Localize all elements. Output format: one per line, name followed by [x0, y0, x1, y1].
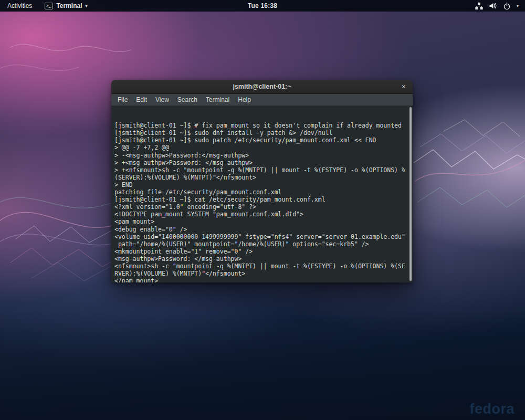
terminal-line: [jsmith@client-01 ~]$ sudo patch /etc/se…: [114, 136, 407, 144]
menu-terminal[interactable]: Terminal: [202, 94, 234, 105]
clock[interactable]: Tue 16:38: [248, 2, 277, 9]
terminal-line: <nfsmount>sh -c "mountpoint -q %(MNTPT) …: [114, 262, 407, 270]
terminal-line: patching file /etc/security/pam_mount.co…: [114, 188, 407, 196]
window-title: jsmith@client-01:~: [233, 83, 291, 90]
fedora-logo: fedora: [469, 401, 514, 417]
terminal-line: path="/home/%(USER)" mountpoint="/home/%…: [114, 240, 407, 248]
terminal-line: RVER):%(VOLUME) %(MNTPT)"</nfsmount>: [114, 270, 407, 277]
terminal-line: > +<nfsmount>sh -c "mountpoint -q %(MNTP…: [114, 166, 407, 174]
terminal-line: <volume uid="1400000000-1499999999" fsty…: [114, 233, 407, 240]
system-status-area[interactable]: ▾: [475, 2, 525, 10]
window-titlebar[interactable]: jsmith@client-01:~ ×: [111, 80, 413, 94]
menu-help[interactable]: Help: [234, 94, 255, 105]
terminal-line: > -<msg-authpw>Password:</msg-authpw>: [114, 152, 407, 159]
close-icon[interactable]: ×: [402, 83, 406, 90]
terminal-line: > +<msg-authpw>Password: </msg-authpw>: [114, 159, 407, 166]
app-menu-button[interactable]: >_ Terminal ▾: [45, 2, 87, 9]
app-menu-label: Terminal: [56, 2, 82, 9]
terminal-line: <!DOCTYPE pam_mount SYSTEM "pam_mount.co…: [114, 211, 407, 218]
terminal-line: <debug enable="0" />: [114, 226, 407, 233]
terminal-line: <pam_mount>: [114, 218, 407, 225]
menu-search[interactable]: Search: [173, 94, 202, 105]
terminal-line: > @@ -7 +7,2 @@: [114, 144, 407, 151]
menu-view[interactable]: View: [151, 94, 173, 105]
menu-bar: File Edit View Search Terminal Help: [111, 94, 413, 106]
menu-file[interactable]: File: [113, 94, 132, 105]
terminal-scrollbar[interactable]: [410, 107, 412, 281]
terminal-line: <mkmountpoint enable="1" remove="0" />: [114, 248, 407, 255]
top-bar-left: Activities >_ Terminal ▾: [0, 1, 87, 10]
terminal-line: [jsmith@client-01 ~]$ sudo dnf install -…: [114, 129, 407, 136]
wired-network-icon: [475, 2, 483, 10]
chevron-down-icon: ▾: [517, 4, 519, 8]
terminal-scrollback: [jsmith@client-01 ~]$ # fix pam_mount so…: [114, 122, 407, 282]
menu-edit[interactable]: Edit: [132, 94, 151, 105]
terminal-line: </pam_mount>: [114, 277, 407, 282]
terminal-output[interactable]: [jsmith@client-01 ~]$ # fix pam_mount so…: [111, 106, 413, 282]
terminal-line: [jsmith@client-01 ~]$ cat /etc/security/…: [114, 196, 407, 203]
terminal-icon: >_: [45, 3, 53, 9]
volume-icon: [489, 2, 497, 10]
activities-button[interactable]: Activities: [5, 1, 34, 10]
terminal-line: (SERVER):%(VOLUME) %(MNTPT)"</nfsmount>: [114, 174, 407, 181]
terminal-line: [jsmith@client-01 ~]$ # fix pam_mount so…: [114, 122, 407, 129]
terminal-line: <?xml version="1.0" encoding="utf-8" ?>: [114, 203, 407, 211]
chevron-down-icon: ▾: [85, 4, 87, 8]
top-bar: Activities >_ Terminal ▾ Tue 16:38: [0, 0, 525, 12]
terminal-line: > END: [114, 181, 407, 188]
desktop: Activities >_ Terminal ▾ Tue 16:38: [0, 0, 525, 420]
terminal-line: <msg-authpw>Password: </msg-authpw>: [114, 255, 407, 262]
power-icon: [503, 2, 511, 10]
terminal-window: jsmith@client-01:~ × File Edit View Sear…: [111, 80, 413, 282]
